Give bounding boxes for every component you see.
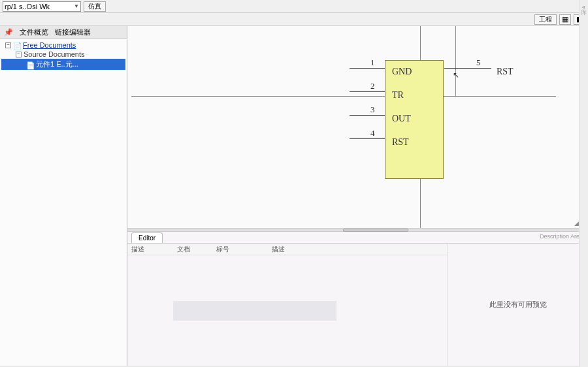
bottom-right-label: Description Area xyxy=(540,233,583,240)
tree-selected-label: 元件1 E..元... xyxy=(36,59,78,69)
pin-1-wire xyxy=(350,68,385,69)
collapse-icon[interactable]: − xyxy=(5,42,11,48)
pin-2-wire xyxy=(350,91,385,92)
faint-highlight xyxy=(173,301,336,321)
main-area: 📌 文件概览 链接编辑器 − 📄 Free Documents − Source… xyxy=(0,26,588,366)
panel-tab-overview[interactable]: 文件概览 xyxy=(20,27,48,37)
right-dock-strip[interactable]: « 库 xyxy=(579,0,588,367)
toolbar-button-2[interactable]: 工程 xyxy=(534,14,557,25)
document-icon: 📄 xyxy=(26,61,34,68)
bottom-panel: Editor Description Area 描述 文档 标号 描述 xyxy=(127,232,588,366)
left-panel: 📌 文件概览 链接编辑器 − 📄 Free Documents − Source… xyxy=(0,26,127,366)
col-header-2[interactable]: 文档 xyxy=(173,244,212,255)
project-dropdown[interactable]: rp/1 s..Osi Wk ▼ xyxy=(3,1,81,12)
pin-1-label: GND xyxy=(392,67,412,77)
preview-pane: ˄ 此里没有可用预览 xyxy=(448,244,588,366)
tree-root[interactable]: − 📄 Free Documents xyxy=(1,40,125,50)
schematic: 1 GND 2 TR 3 OUT 4 RST 5 RST ↖ xyxy=(127,26,588,228)
cursor-icon: ↖ xyxy=(453,71,459,80)
chevron-down-icon: ▼ xyxy=(74,3,79,9)
panel-tabs: 📌 文件概览 链接编辑器 xyxy=(0,26,127,39)
pin-4-label: RST xyxy=(392,137,409,148)
pin-3-num: 3 xyxy=(370,104,375,115)
pin-1-num: 1 xyxy=(370,57,375,68)
tree-child-selected[interactable]: 📄 元件1 E..元... xyxy=(1,59,125,70)
bottom-tabs: Editor Description Area xyxy=(127,232,588,244)
pin-3-label: OUT xyxy=(392,114,411,124)
collapse-icon[interactable]: − xyxy=(16,52,22,57)
canvas-corner-icon[interactable]: ◢ xyxy=(574,220,579,227)
toolbar-icon-1[interactable]: ▦ xyxy=(559,14,571,25)
tab-editor[interactable]: Editor xyxy=(131,232,163,243)
bottom-content: 描述 文档 标号 描述 ˄ 此里没有可用预览 xyxy=(127,244,588,366)
tree-child-source[interactable]: − Source Documents xyxy=(1,50,125,59)
tree-child-label: Source Documents xyxy=(24,50,85,58)
pin-3-wire xyxy=(350,115,385,116)
pin-5-wire xyxy=(444,68,491,69)
folder-icon: 📄 xyxy=(13,42,21,48)
dropdown-value: rp/1 s..Osi Wk xyxy=(5,3,50,10)
col-header-3[interactable]: 标号 xyxy=(212,244,268,255)
center-area: 1 GND 2 TR 3 OUT 4 RST 5 RST ↖ ▴ ◢ xyxy=(127,26,588,366)
pin-icon[interactable]: 📌 xyxy=(4,28,13,37)
toolbar-row-1: rp/1 s..Osi Wk ▼ 仿真 xyxy=(0,0,588,13)
col-header-4[interactable]: 描述 xyxy=(268,244,320,255)
column-headers: 描述 文档 标号 描述 xyxy=(127,244,448,255)
pin-4-wire xyxy=(350,138,385,139)
bottom-body xyxy=(127,255,448,360)
no-preview-text: 此里没有可用预览 xyxy=(489,300,547,310)
pin-2-num: 2 xyxy=(370,81,375,91)
guide-hline xyxy=(131,96,556,97)
toolbar-button-1[interactable]: 仿真 xyxy=(84,1,106,12)
pin-4-num: 4 xyxy=(370,128,375,138)
toolbar-row-2: 工程 ▦ ◧ xyxy=(0,13,588,26)
dock-arrow-icon[interactable]: « xyxy=(582,4,585,10)
panel-tab-editor[interactable]: 链接编辑器 xyxy=(55,27,91,37)
pin-5-label: RST xyxy=(497,67,514,77)
pin-2-label: TR xyxy=(392,90,404,101)
tree-root-label: Free Documents xyxy=(23,41,76,49)
col-header-1[interactable]: 描述 xyxy=(127,244,173,255)
bottom-left: 描述 文档 标号 描述 xyxy=(127,244,448,366)
schematic-canvas[interactable]: 1 GND 2 TR 3 OUT 4 RST 5 RST ↖ ▴ ◢ xyxy=(127,26,588,228)
project-tree: − 📄 Free Documents − Source Documents 📄 … xyxy=(0,39,127,71)
guide-vline-2 xyxy=(455,26,456,97)
pin-5-num: 5 xyxy=(476,57,481,68)
